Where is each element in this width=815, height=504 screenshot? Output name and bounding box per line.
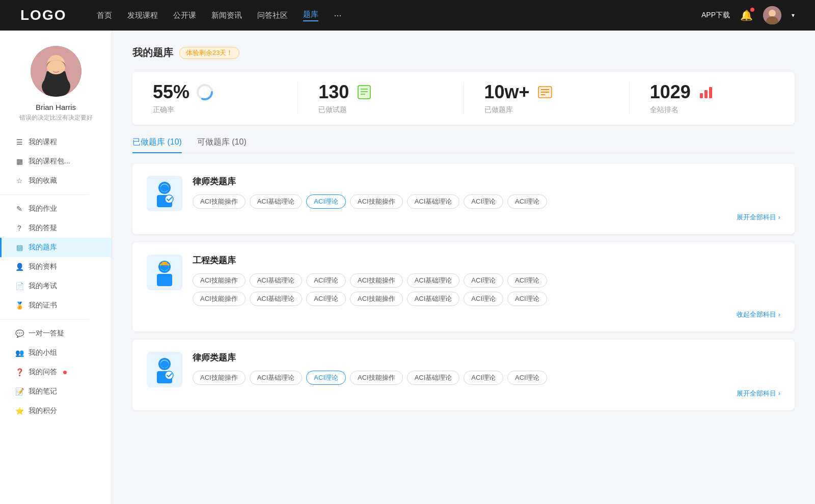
tab-available-banks[interactable]: 可做题库 (10) xyxy=(197,137,247,153)
sidebar-item-one-on-one[interactable]: 💬 一对一答疑 xyxy=(0,324,112,343)
eng-tag-s1[interactable]: ACI基础理论 xyxy=(250,292,303,306)
tag-4[interactable]: ACI基础理论 xyxy=(407,194,460,209)
sidebar-item-exam[interactable]: 📄 我的考试 xyxy=(0,276,112,296)
tags-engineer-row1: ACI技能操作 ACI基础理论 ACI理论 ACI技能操作 ACI基础理论 AC… xyxy=(193,273,780,288)
nav-discover[interactable]: 发现课程 xyxy=(127,11,158,20)
user-dropdown-caret[interactable]: ▾ xyxy=(792,12,795,19)
eng-tag-s2[interactable]: ACI理论 xyxy=(306,292,346,306)
eng-tag-1[interactable]: ACI基础理论 xyxy=(250,273,303,288)
star-icon: ☆ xyxy=(15,177,23,185)
app-download-btn[interactable]: APP下载 xyxy=(701,11,730,20)
eng-tag-s3[interactable]: ACI技能操作 xyxy=(350,292,403,306)
question-red-dot xyxy=(63,371,67,374)
stat-done-banks-value: 10w+ xyxy=(484,82,530,102)
user-motto: 错误的决定比没有决定要好 xyxy=(9,114,103,122)
bank-card-engineer-header: 工程类题库 ACI技能操作 ACI基础理论 ACI理论 ACI技能操作 ACI基… xyxy=(147,255,780,319)
stat-done-banks-top: 10w+ xyxy=(484,82,554,102)
l2-tag-3[interactable]: ACI技能操作 xyxy=(350,371,403,385)
avatar-image xyxy=(31,46,82,97)
logo[interactable]: LOGO xyxy=(20,7,66,23)
main-content: 我的题库 体验剩余23天！ 55% 正确率 xyxy=(112,31,815,504)
l2-tag-2-active[interactable]: ACI理论 xyxy=(306,371,346,385)
notification-bell[interactable]: 🔔 xyxy=(740,9,753,21)
main-layout: Brian Harris 错误的决定比没有决定要好 ☰ 我的课程 ▦ 我的课程包… xyxy=(0,31,815,504)
nav-more[interactable]: ··· xyxy=(334,10,341,21)
package-icon: ▦ xyxy=(15,157,23,165)
bank-card-lawyer-2: 律师类题库 ACI技能操作 ACI基础理论 ACI理论 ACI技能操作 ACI基… xyxy=(132,340,795,410)
sidebar-item-cert[interactable]: 🏅 我的证书 xyxy=(0,296,112,315)
stat-rank-label: 全站排名 xyxy=(650,105,678,115)
nav-bank[interactable]: 题库 xyxy=(303,10,318,21)
user-avatar-nav[interactable] xyxy=(763,6,781,24)
divider-2 xyxy=(0,319,89,320)
svg-point-33 xyxy=(165,371,173,379)
stat-accuracy-label: 正确率 xyxy=(153,105,174,115)
note-icon: 📝 xyxy=(15,387,23,396)
nav-open-course[interactable]: 公开课 xyxy=(173,11,196,20)
eng-tag-0[interactable]: ACI技能操作 xyxy=(193,273,246,288)
sidebar-item-qa[interactable]: ? 我的答疑 xyxy=(0,218,112,238)
eng-tag-s6[interactable]: ACI理论 xyxy=(507,292,547,306)
l2-tag-1[interactable]: ACI基础理论 xyxy=(250,371,303,385)
expand-link-3[interactable]: 展开全部科目 › xyxy=(193,389,780,398)
sidebar-item-note[interactable]: 📝 我的笔记 xyxy=(0,382,112,401)
eng-tag-s4[interactable]: ACI基础理论 xyxy=(407,292,460,306)
sidebar-item-course[interactable]: ☰ 我的课程 xyxy=(0,132,112,152)
l2-tag-6[interactable]: ACI理论 xyxy=(507,371,547,385)
eng-tag-5[interactable]: ACI理论 xyxy=(464,273,503,288)
tag-2-active[interactable]: ACI理论 xyxy=(306,194,346,209)
tab-done-banks[interactable]: 已做题库 (10) xyxy=(132,137,182,153)
sidebar: Brian Harris 错误的决定比没有决定要好 ☰ 我的课程 ▦ 我的课程包… xyxy=(0,31,112,504)
navbar-right: APP下载 🔔 ▾ xyxy=(701,6,795,24)
l2-tag-5[interactable]: ACI理论 xyxy=(464,371,503,385)
sidebar-item-question[interactable]: ❓ 我的问答 xyxy=(0,362,112,382)
sidebar-item-bank[interactable]: ▤ 我的题库 xyxy=(0,238,112,257)
l2-tag-4[interactable]: ACI基础理论 xyxy=(407,371,460,385)
notes-icon xyxy=(355,83,373,101)
sidebar-item-group[interactable]: 👥 我的小组 xyxy=(0,343,112,362)
bank-body-lawyer-1: 律师类题库 ACI技能操作 ACI基础理论 ACI理论 ACI技能操作 ACI基… xyxy=(193,176,780,222)
sidebar-item-points[interactable]: ⭐ 我的积分 xyxy=(0,401,112,421)
sidebar-item-favorite[interactable]: ☆ 我的收藏 xyxy=(0,171,112,190)
bank-title-engineer: 工程类题库 xyxy=(193,255,780,266)
svg-rect-20 xyxy=(704,90,708,98)
eng-tag-6[interactable]: ACI理论 xyxy=(507,273,547,288)
sidebar-item-package[interactable]: ▦ 我的课程包... xyxy=(0,152,112,171)
svg-rect-21 xyxy=(709,87,712,98)
eng-tag-s0[interactable]: ACI技能操作 xyxy=(193,292,246,306)
l2-tag-0[interactable]: ACI技能操作 xyxy=(193,371,246,385)
sidebar-menu: ☰ 我的课程 ▦ 我的课程包... ☆ 我的收藏 ✎ 我的作业 ? 我的答疑 ▤ xyxy=(0,132,112,421)
sidebar-item-profile[interactable]: 👤 我的资料 xyxy=(0,257,112,276)
eng-tag-3[interactable]: ACI技能操作 xyxy=(350,273,403,288)
bank-card-lawyer-2-header: 律师类题库 ACI技能操作 ACI基础理论 ACI理论 ACI技能操作 ACI基… xyxy=(147,352,780,398)
bank-icon: ▤ xyxy=(15,243,23,251)
bank-card-lawyer-1-header: 律师类题库 ACI技能操作 ACI基础理论 ACI理论 ACI技能操作 ACI基… xyxy=(147,176,780,222)
eng-tag-s5[interactable]: ACI理论 xyxy=(464,292,503,306)
tag-5[interactable]: ACI理论 xyxy=(464,194,503,209)
eng-tag-4[interactable]: ACI基础理论 xyxy=(407,273,460,288)
tag-0[interactable]: ACI技能操作 xyxy=(193,194,246,209)
expand-link-1[interactable]: 展开全部科目 › xyxy=(193,213,780,222)
eng-tag-2[interactable]: ACI理论 xyxy=(306,273,346,288)
tags-engineer-row2: ACI技能操作 ACI基础理论 ACI理论 ACI技能操作 ACI基础理论 AC… xyxy=(193,292,780,306)
tag-1[interactable]: ACI基础理论 xyxy=(250,194,303,209)
nav-links: 首页 发现课程 公开课 新闻资讯 问答社区 题库 ··· xyxy=(97,10,701,21)
nav-qa[interactable]: 问答社区 xyxy=(257,11,288,20)
bank-title-lawyer-1: 律师类题库 xyxy=(193,176,780,187)
user-avatar xyxy=(31,46,82,97)
stat-accuracy-value: 55% xyxy=(153,82,189,102)
tag-3[interactable]: ACI技能操作 xyxy=(350,194,403,209)
trial-badge: 体验剩余23天！ xyxy=(179,47,239,59)
lawyer-icon-2 xyxy=(147,352,182,387)
nav-home[interactable]: 首页 xyxy=(97,11,112,20)
notification-badge xyxy=(750,8,754,12)
sidebar-item-homework[interactable]: ✎ 我的作业 xyxy=(0,199,112,218)
points-icon: ⭐ xyxy=(15,407,23,415)
tabs-row: 已做题库 (10) 可做题库 (10) xyxy=(132,137,795,153)
svg-rect-29 xyxy=(162,262,167,264)
stats-row: 55% 正确率 130 xyxy=(132,72,795,125)
list-icon xyxy=(536,83,554,101)
collapse-link[interactable]: 收起全部科目 › xyxy=(193,310,780,319)
tag-6[interactable]: ACI理论 xyxy=(507,194,547,209)
nav-news[interactable]: 新闻资讯 xyxy=(211,11,242,20)
